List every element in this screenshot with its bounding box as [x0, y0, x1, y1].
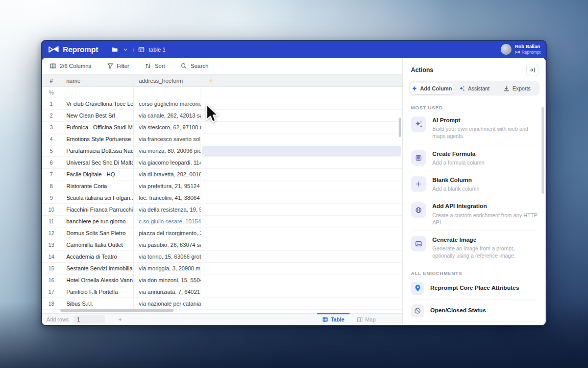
table-row[interactable]: 12Domus Solis San Pietropiazza del risor…	[42, 227, 402, 239]
add-rows-button[interactable]: +	[118, 316, 122, 323]
cell-name[interactable]: Parafarmacia Dott.ssa Nad...	[61, 145, 134, 156]
table-row[interactable]: 13Camomilla Italia Outletvia pasubio, 26…	[42, 239, 402, 251]
cell-empty[interactable]	[201, 286, 402, 297]
table-row[interactable]: 9Scuola italiana sci Folgari...loc. fran…	[42, 192, 402, 204]
table-row[interactable]: 17Panificio F.lli Portellavia annunziata…	[42, 286, 402, 298]
cell-name[interactable]: Eufonica - Officina Studi M...	[61, 122, 134, 133]
add-column-button[interactable]: +	[201, 75, 402, 86]
cell-name[interactable]: Ristorante Coria	[61, 180, 134, 192]
cell-address[interactable]: via monza, 80, 20096 piolt...	[134, 145, 201, 156]
cell-address[interactable]: via torino, 15, 63066 grotta...	[134, 251, 201, 262]
cell-name[interactable]: Accademia di Teatro	[61, 251, 134, 262]
cell-address[interactable]: corso guglielmo marconi, ...	[134, 98, 201, 109]
cell-name[interactable]: Scuola italiana sci Folgari...	[61, 192, 134, 203]
column-header-name[interactable]: name	[61, 75, 134, 86]
table-row[interactable]: 18Sibus S.r.l.via nazionale per catania,…	[42, 298, 402, 310]
table-row[interactable]: 8Ristorante Coriavia prefettura, 21, 951…	[42, 180, 402, 192]
avatar[interactable]	[501, 44, 511, 55]
cell-name[interactable]: Sibus S.r.l.	[61, 298, 134, 309]
cell-address[interactable]: loc. francolini, 41, 38064 f...	[134, 192, 201, 203]
action-item-generate-image[interactable]: Generate ImageGenerate an image from a p…	[411, 231, 537, 264]
cell-empty[interactable]	[201, 180, 402, 192]
table-name[interactable]: table 1	[149, 47, 165, 53]
action-item-open-closed-status[interactable]: Open/Closed Status	[411, 300, 537, 322]
cell-empty[interactable]	[201, 274, 402, 286]
table-row[interactable]: 16Hotel Ornella Alessio Vann...via don m…	[42, 274, 402, 286]
cell-address[interactable]: piazza del risorgimento, 20...	[134, 227, 201, 239]
cell-address[interactable]: via annunziata, 7, 64021 gi...	[134, 286, 201, 297]
tab-assistant[interactable]: Assistant	[453, 83, 495, 94]
cell-address[interactable]: via della resistenza, 19, 50...	[134, 204, 201, 215]
column-header-address[interactable]: address_freeform	[134, 75, 201, 86]
cell-name[interactable]: New Clean Best Srl	[61, 110, 134, 121]
cell-name[interactable]: Sestante Servizi Immobilia...	[61, 263, 134, 274]
cell-empty[interactable]	[201, 157, 402, 168]
tab-exports[interactable]: Exports	[496, 83, 538, 94]
action-item-ai-prompt[interactable]: AI PromptBuild your own enrichment with …	[411, 111, 537, 145]
cell-address[interactable]: via don minzoni, 15, 55043...	[134, 274, 201, 286]
cell-empty[interactable]	[201, 98, 402, 109]
cell-empty[interactable]	[201, 263, 402, 274]
cell-empty[interactable]	[201, 110, 402, 121]
cell-name[interactable]: Vr club Gravellona Toce Le...	[61, 98, 134, 109]
cell-empty[interactable]	[201, 169, 402, 180]
cell-empty[interactable]	[201, 133, 402, 145]
cell-address[interactable]: via canale, 262, 42013 san...	[134, 110, 201, 121]
rows-count-input[interactable]	[74, 315, 105, 324]
cell-name[interactable]: Camomilla Italia Outlet	[61, 239, 134, 250]
cell-empty[interactable]	[201, 239, 402, 250]
cell-name[interactable]: Panificio F.lli Portella	[61, 286, 134, 297]
cell-name[interactable]: Universal Sec Snc Di Malta...	[61, 157, 134, 168]
cell-address[interactable]: via stesicoro, 62, 97100 ra...	[134, 122, 201, 133]
table-row[interactable]: 14Accademia di Teatrovia torino, 15, 630…	[42, 251, 402, 263]
table-row[interactable]: 4Emotions Style Portuensevia francesco s…	[42, 133, 402, 145]
table-row[interactable]: 7Facile Digitale - HQvia di bravetta, 20…	[42, 169, 402, 180]
table-row[interactable]: 1Vr club Gravellona Toce Le...corso gugl…	[42, 98, 402, 110]
action-item-websites[interactable]: Websites	[411, 322, 537, 325]
cell-empty[interactable]	[201, 145, 402, 156]
table-row[interactable]: 2New Clean Best Srlvia canale, 262, 4201…	[42, 110, 402, 122]
view-tab-table[interactable]: Table	[317, 314, 350, 325]
action-item-create-formula[interactable]: Create FormulaAdd a formula column	[411, 145, 537, 171]
cell-empty[interactable]	[201, 251, 402, 262]
cell-name[interactable]: Hotel Ornella Alessio Vann...	[61, 274, 134, 286]
filter-button[interactable]: Filter	[107, 62, 129, 70]
cell-empty[interactable]	[201, 122, 402, 133]
cell-address[interactable]: via prefettura, 21, 95124 ca...	[134, 180, 201, 192]
cell-address[interactable]: via di bravetta, 202, 00164 ...	[134, 169, 201, 180]
table-row[interactable]: 10Fiacchini Franca Parrucchi...via della…	[42, 204, 402, 216]
cell-address[interactable]: via pasubio, 26, 63074 san...	[134, 239, 201, 250]
search-button[interactable]: Search	[180, 62, 208, 70]
vertical-scrollbar[interactable]	[399, 118, 401, 137]
cell-name[interactable]: Emotions Style Portuense	[61, 133, 134, 145]
cell-address[interactable]: via giacomo leopardi, 114, ...	[134, 157, 201, 168]
app-logo[interactable]: Reprompt	[48, 45, 98, 54]
sort-button[interactable]: Sort	[144, 62, 165, 70]
action-item-reprompt-core-place-attributes[interactable]: Reprompt Core Place Attributes	[411, 277, 537, 300]
user-menu[interactable]: Rob Balian Reprompt	[501, 43, 541, 55]
cell-address[interactable]: via moriggia, 3, 20900 mo...	[134, 263, 201, 274]
table-row[interactable]: 3Eufonica - Officina Studi M...via stesi…	[42, 122, 402, 133]
chevron-down-icon[interactable]	[122, 46, 129, 53]
cell-empty[interactable]	[201, 204, 402, 215]
cell-empty[interactable]	[201, 216, 402, 227]
columns-button[interactable]: 2/6 Columns	[50, 62, 91, 70]
collapse-panel-button[interactable]	[526, 64, 538, 76]
cell-name[interactable]: Domus Solis San Pietro	[61, 227, 134, 239]
cell-empty[interactable]	[201, 192, 402, 203]
table-row[interactable]: 15Sestante Servizi Immobilia...via morig…	[42, 263, 402, 274]
cell-name[interactable]: Fiacchini Franca Parrucchi...	[61, 204, 134, 215]
table-row[interactable]: 5Parafarmacia Dott.ssa Nad...via monza, …	[42, 145, 402, 157]
cell-name[interactable]: banchiere pe run giorno	[61, 216, 134, 227]
cell-empty[interactable]	[201, 298, 402, 309]
action-item-add-api-integration[interactable]: Add API IntegrationCreate a custom enric…	[411, 197, 537, 231]
cell-address[interactable]: via francesco saverio solar...	[134, 133, 201, 145]
column-header-index[interactable]: #	[42, 75, 61, 86]
tab-add-column[interactable]: Add Column	[410, 83, 453, 94]
cell-name[interactable]: Facile Digitale - HQ	[61, 169, 134, 180]
folder-icon[interactable]	[111, 46, 118, 53]
action-item-blank-column[interactable]: Blank ColumnAdd a blank column	[411, 171, 537, 197]
table-row[interactable]: 6Universal Sec Snc Di Malta...via giacom…	[42, 157, 402, 169]
horizontal-scrollbar[interactable]	[60, 309, 174, 312]
cell-address[interactable]: c.so giulio cesare, 10154, 2...	[134, 216, 201, 227]
